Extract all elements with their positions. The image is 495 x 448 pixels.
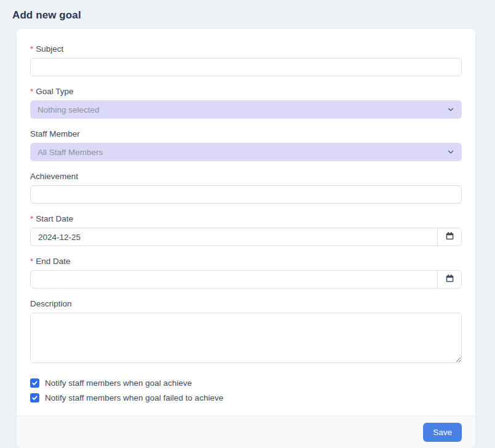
calendar-icon bbox=[445, 274, 454, 286]
start-date-field-group: *Start Date bbox=[30, 214, 462, 246]
add-goal-form-card: *Subject *Goal Type Nothing selected Sta… bbox=[17, 29, 475, 448]
staff-member-label: Staff Member bbox=[30, 129, 462, 138]
start-date-picker-button[interactable] bbox=[437, 228, 461, 246]
calendar-icon bbox=[445, 231, 454, 243]
add-goal-page: Add new goal *Subject *Goal Type Nothing… bbox=[0, 0, 495, 448]
end-date-group bbox=[30, 270, 462, 289]
goal-type-label: *Goal Type bbox=[30, 87, 462, 96]
form-body: *Subject *Goal Type Nothing selected Sta… bbox=[17, 29, 475, 415]
end-date-field-group: *End Date bbox=[30, 257, 462, 289]
chevron-down-icon bbox=[447, 148, 454, 156]
subject-label: *Subject bbox=[30, 44, 462, 54]
notify-achieve-row[interactable]: Notify staff members when goal achieve bbox=[30, 378, 462, 388]
required-asterisk: * bbox=[30, 257, 33, 266]
staff-member-selected-value: All Staff Members bbox=[38, 148, 103, 157]
goal-type-selected-value: Nothing selected bbox=[38, 105, 100, 114]
achievement-label: Achievement bbox=[30, 172, 462, 181]
end-date-label: *End Date bbox=[30, 257, 462, 266]
start-date-input[interactable] bbox=[31, 228, 437, 246]
goal-type-select[interactable]: Nothing selected bbox=[30, 100, 462, 119]
required-asterisk: * bbox=[30, 87, 33, 96]
form-footer: Save bbox=[17, 415, 475, 448]
subject-field-group: *Subject bbox=[30, 44, 462, 76]
notify-failed-label: Notify staff members when goal failed to… bbox=[45, 393, 223, 402]
notify-achieve-label: Notify staff members when goal achieve bbox=[45, 378, 192, 388]
checkmark-icon bbox=[31, 393, 38, 404]
subject-input[interactable] bbox=[30, 58, 462, 76]
start-date-group bbox=[30, 228, 462, 246]
staff-member-field-group: Staff Member All Staff Members bbox=[30, 129, 462, 161]
notify-failed-checkbox[interactable] bbox=[30, 393, 39, 402]
checkmark-icon bbox=[31, 378, 38, 389]
description-label: Description bbox=[30, 299, 462, 308]
achievement-input[interactable] bbox=[30, 185, 462, 204]
start-date-label: *Start Date bbox=[30, 214, 462, 223]
description-textarea[interactable] bbox=[30, 313, 462, 363]
achievement-field-group: Achievement bbox=[30, 172, 462, 204]
page-title: Add new goal bbox=[0, 0, 495, 29]
save-button[interactable]: Save bbox=[423, 423, 462, 442]
notify-failed-row[interactable]: Notify staff members when goal failed to… bbox=[30, 393, 462, 402]
end-date-input[interactable] bbox=[31, 271, 437, 288]
staff-member-select[interactable]: All Staff Members bbox=[30, 143, 462, 161]
notification-options: Notify staff members when goal achieve N… bbox=[30, 378, 462, 402]
goal-type-field-group: *Goal Type Nothing selected bbox=[30, 87, 462, 119]
notify-achieve-checkbox[interactable] bbox=[30, 378, 39, 388]
end-date-picker-button[interactable] bbox=[437, 271, 461, 288]
required-asterisk: * bbox=[30, 44, 33, 54]
chevron-down-icon bbox=[447, 106, 454, 113]
description-field-group: Description bbox=[30, 299, 462, 366]
required-asterisk: * bbox=[30, 214, 33, 223]
